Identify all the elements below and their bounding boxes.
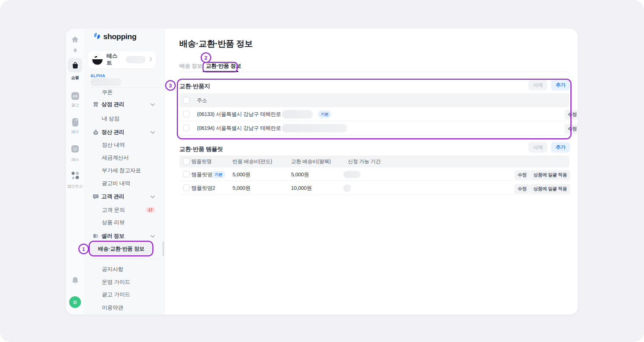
annotation-circle-3: 3 <box>165 80 176 91</box>
menu-label: 내 상점 <box>102 115 119 122</box>
row-checkbox[interactable] <box>183 171 190 177</box>
notifications-bell[interactable] <box>66 276 84 286</box>
annotation-circle-2: 2 <box>201 52 211 63</box>
redacted-menu-item <box>90 78 122 86</box>
rail-label: 쇼핑 <box>71 75 79 80</box>
bell-icon <box>71 276 79 286</box>
add-template-button[interactable]: 추가 <box>551 142 570 153</box>
rail-label: 페이 <box>71 129 79 135</box>
sidebar-group-customer-management[interactable]: 고객 관리 <box>84 192 165 200</box>
address-table-row: (06133) 서울특별시 강남구 테헤란로 기본 수정 <box>179 107 569 121</box>
rail-item-home[interactable]: 홈 <box>66 35 84 53</box>
sidebar-item-my-store[interactable]: 내 상점 <box>84 114 165 123</box>
sidebar-scrollbar[interactable] <box>163 241 164 256</box>
select-all-checkbox[interactable] <box>183 97 190 104</box>
sidebar-item-operation-guide[interactable]: 운영 가이드 <box>84 278 165 286</box>
sidebar-item-product-reviews[interactable]: 상품 리뷰 <box>84 218 165 226</box>
sidebar-item-vat-reference[interactable]: 부가세 참고자료 <box>84 166 165 174</box>
delete-template-button[interactable]: 삭제 <box>528 142 547 153</box>
column-header-exchange-fee: 교환 배송비(왕복) <box>291 158 331 165</box>
rail-item-ads[interactable]: AD 광고 <box>66 92 84 108</box>
sidebar-group-store-management[interactable]: 상점 관리 <box>84 100 165 108</box>
sidebar-group-settlement[interactable]: ₩ 정산 관리 <box>84 128 165 136</box>
menu-label: 광고 가이드 <box>102 291 130 298</box>
row-checkbox[interactable] <box>183 111 190 117</box>
rail-label: 광고 <box>71 102 79 108</box>
shopping-logo-text: shopping <box>103 32 136 41</box>
rail-item-appintoss[interactable]: 앱인토스 <box>66 171 84 189</box>
exchange-fee-cell: 5,000원 <box>291 171 309 178</box>
menu-label: 이용약관 <box>102 304 123 311</box>
app-window: 홈 쇼핑 AD 광고 페이 패스 <box>66 29 578 315</box>
rail-label: 앱인토스 <box>67 184 83 189</box>
return-fee-cell: 5,000원 <box>232 171 250 178</box>
return-fee-cell: 5,000원 <box>232 185 250 192</box>
store-selector[interactable]: 테스트 <box>88 50 156 69</box>
sidebar: shopping 테스트 ALPHA 쿠폰 상점 관리 <box>84 29 165 315</box>
redacted-store-name <box>126 56 146 63</box>
edit-template-button[interactable]: 수정 <box>514 170 530 180</box>
rail-item-shopping[interactable]: 쇼핑 <box>66 58 84 80</box>
chevron-down-icon <box>150 233 155 239</box>
edit-address-button[interactable]: 수정 <box>565 124 578 134</box>
menu-label: 광고비 내역 <box>102 180 130 187</box>
sidebar-item-settlement-history[interactable]: 정산 내역 <box>84 141 165 149</box>
template-table-row: 템플릿명 기본 5,000원 5,000원 수정 상품에 일괄 적용 <box>179 168 569 181</box>
menu-label: 부가세 참고자료 <box>102 167 141 174</box>
edit-template-button[interactable]: 수정 <box>514 184 530 194</box>
storefront-icon <box>93 101 99 108</box>
sidebar-item-terms[interactable]: 이용약관 <box>84 304 165 312</box>
template-name-cell: 템플릿명 <box>191 171 212 178</box>
chevron-right-icon <box>149 56 152 63</box>
tab-exchange-return-info[interactable]: 교환·반품 정보 <box>206 63 241 69</box>
row-checkbox[interactable] <box>183 184 190 191</box>
template-table-row: 템플릿명2 5,000원 10,000원 수정 상품에 일괄 적용 <box>179 181 569 195</box>
shopping-bag-icon <box>68 58 82 72</box>
column-header-return-fee: 반품 배송비(편도) <box>232 158 272 165</box>
address-cell: (06194) 서울특별시 강남구 테헤란로 <box>197 125 281 132</box>
shopping-logo-icon <box>93 32 101 41</box>
rail-item-pass[interactable]: 패스 <box>66 145 84 162</box>
redacted-address-detail <box>282 110 313 119</box>
tab-shipping-info[interactable]: 배송 정보 <box>179 63 202 69</box>
apply-to-products-button[interactable]: 상품에 일괄 적용 <box>530 170 570 180</box>
active-tab-underline <box>203 71 238 72</box>
section-title-return-address: 교환·반품지 <box>179 83 210 90</box>
sidebar-item-shipping-exchange-return-info[interactable]: 배송·교환·반품 정보 <box>90 243 152 255</box>
add-address-button[interactable]: 추가 <box>551 80 570 90</box>
exchange-fee-cell: 10,000원 <box>291 185 312 192</box>
menu-label: 쿠폰 <box>102 89 112 96</box>
store-avatar <box>92 54 103 65</box>
default-badge: 기본 <box>318 110 331 118</box>
store-name: 테스트 <box>107 53 122 67</box>
sidebar-item-coupon[interactable]: 쿠폰 <box>84 88 165 96</box>
sidebar-item-tax-invoice[interactable]: 세금계산서 <box>84 154 165 162</box>
rail-item-pay[interactable]: 페이 <box>66 118 84 135</box>
row-checkbox[interactable] <box>183 125 190 131</box>
column-header-address: 주소 <box>197 97 207 104</box>
menu-label: 세금계산서 <box>102 154 129 161</box>
template-name-cell: 템플릿명2 <box>191 185 215 192</box>
edit-address-button[interactable]: 수정 <box>565 110 578 120</box>
sidebar-group-seller-info[interactable]: 셀러 정보 <box>84 232 165 240</box>
delete-address-button[interactable]: 삭제 <box>528 80 547 90</box>
shopping-logo: shopping <box>93 32 136 41</box>
redacted-period <box>343 171 361 178</box>
home-icon <box>71 35 79 45</box>
menu-label: 상품 리뷰 <box>102 219 125 226</box>
menu-label: 고객 문의 <box>102 207 125 214</box>
apply-to-products-button[interactable]: 상품에 일괄 적용 <box>530 184 570 194</box>
rail-label: 홈 <box>73 48 77 53</box>
sidebar-item-ad-cost-history[interactable]: 광고비 내역 <box>84 179 165 187</box>
user-avatar[interactable]: D <box>69 296 81 308</box>
sidebar-item-notices[interactable]: 공지사항 <box>84 265 165 273</box>
main-content: 배송·교환·반품 정보 배송 정보 교환·반품 정보 교환·반품지 삭제 추가 … <box>165 29 578 315</box>
menu-label: 정산 내역 <box>102 142 125 149</box>
sidebar-item-customer-inquiries[interactable]: 고객 문의 17 <box>84 206 165 214</box>
address-table-row: (06194) 서울특별시 강남구 테헤란로 수정 <box>179 121 569 135</box>
menu-label: 고객 관리 <box>101 193 124 200</box>
address-table-header: 주소 <box>179 93 569 107</box>
menu-label: 셀러 정보 <box>101 233 124 240</box>
select-all-checkbox[interactable] <box>183 158 190 165</box>
sidebar-item-ad-guide[interactable]: 광고 가이드 <box>84 290 165 298</box>
